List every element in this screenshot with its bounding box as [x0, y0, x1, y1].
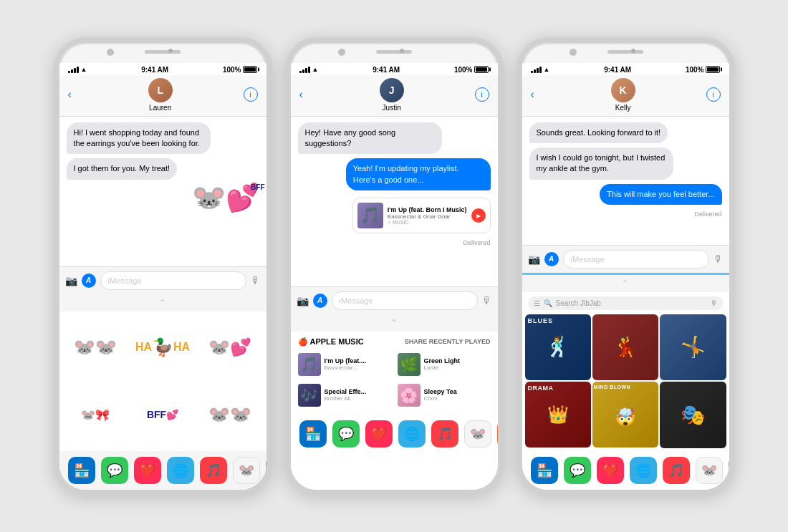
- app-icon-globe-1[interactable]: 🌐: [167, 457, 194, 484]
- sticker-5[interactable]: BFF💕: [130, 382, 196, 448]
- jibjab-item-mindblown[interactable]: MIND BLOWN 🤯: [592, 382, 658, 448]
- messages-area-3[interactable]: Sounds great. Looking forward to it! I w…: [522, 117, 729, 245]
- time-1: 9:41 AM: [141, 66, 168, 74]
- music-item-3[interactable]: 🎶 Special Effe... Brother Ali: [295, 380, 394, 410]
- app-icon-mickey-2[interactable]: 🐭: [464, 420, 491, 448]
- app-icon-globe-2[interactable]: 🌐: [398, 420, 426, 448]
- jibjab-item-person[interactable]: 🎭: [660, 382, 726, 448]
- avatar-kelly[interactable]: K: [611, 78, 635, 102]
- jibjab-item-guy[interactable]: 🤸: [660, 314, 726, 380]
- apps-icon-3[interactable]: A: [544, 252, 559, 266]
- app-icon-store-3[interactable]: 🏪: [531, 457, 558, 484]
- header-center-1: L Lauren: [77, 78, 244, 112]
- sticker-1[interactable]: 🐭🐭: [62, 314, 128, 380]
- sticker-3[interactable]: 🐭💕: [197, 314, 263, 380]
- hamburger-icon[interactable]: ☰: [534, 299, 540, 307]
- music-card-info: I'm Up (feat. Born I Music) Bassnectar &…: [388, 206, 467, 225]
- app-icon-music-2[interactable]: 🎵: [431, 420, 458, 448]
- app-icon-globe-3[interactable]: 🌐: [630, 457, 657, 484]
- music-item-4[interactable]: 🌸 Sleepy Tea Chon: [395, 380, 494, 410]
- mic-icon-3[interactable]: 🎙: [713, 253, 724, 265]
- jibjab-item-blues[interactable]: BLUES 🕺: [525, 314, 591, 380]
- input-bar-1: 📷 A iMessage 🎙: [59, 266, 266, 294]
- status-right-2: 100%: [454, 66, 489, 74]
- music-item-1[interactable]: 🎵 I'm Up (feat.... Bassnectar...: [295, 349, 394, 379]
- share-recently-played[interactable]: SHARE RECENTLY PLAYED: [405, 338, 491, 345]
- camera-1: [168, 49, 173, 53]
- drama-label: DRAMA: [528, 385, 554, 392]
- apps-icon-2[interactable]: A: [313, 294, 327, 308]
- jibjab-search-bar[interactable]: ☰ 🔍 Search JibJab 🎙: [528, 296, 724, 310]
- app-icon-heart-2[interactable]: ❤️: [365, 420, 393, 448]
- avatar-lauren[interactable]: L: [148, 78, 173, 102]
- app-icon-jib-3[interactable]: 🃏: [729, 457, 729, 484]
- bar4: [77, 67, 79, 73]
- messages-area-2[interactable]: Hey! Have any good song suggestions? Yea…: [291, 117, 498, 286]
- app-icon-music-1[interactable]: 🎵: [200, 457, 227, 484]
- avatar-justin[interactable]: J: [380, 78, 404, 102]
- bar2: [71, 69, 73, 73]
- msg-2-1: Hey! Have any good song suggestions?: [298, 122, 443, 155]
- info-button-3[interactable]: i: [706, 87, 721, 102]
- wifi-icon-1: ▲: [81, 66, 87, 73]
- search-placeholder: Search JibJab: [556, 299, 707, 307]
- music-card-chat[interactable]: 🎵 I'm Up (feat. Born I Music) Bassnectar…: [352, 198, 491, 233]
- app-icon-jib-1[interactable]: 🃏: [266, 457, 266, 484]
- app-icon-msg-1[interactable]: 💬: [101, 457, 128, 484]
- sticker-6[interactable]: 🐭🐭: [197, 382, 263, 448]
- mind-figure: 🤯: [615, 407, 636, 427]
- message-input-1[interactable]: iMessage: [100, 271, 246, 290]
- header-center-3: K Kelly: [540, 78, 706, 112]
- camera-icon-1[interactable]: 📷: [65, 275, 77, 286]
- camera-icon-3[interactable]: 📷: [528, 253, 540, 265]
- app-icon-msg-3[interactable]: 💬: [564, 457, 591, 484]
- info-button-2[interactable]: i: [475, 87, 489, 102]
- app-icon-heart-3[interactable]: ❤️: [597, 457, 624, 484]
- status-right-3: 100%: [686, 66, 721, 74]
- music-item-2[interactable]: 🌿 Green Light Lorde: [395, 349, 494, 379]
- messages-area-1[interactable]: Hi! I went shopping today and found the …: [59, 117, 266, 266]
- jibjab-item-drama[interactable]: DRAMA 👑: [525, 382, 591, 448]
- app-icon-store-1[interactable]: 🏪: [68, 457, 95, 484]
- info-button-1[interactable]: i: [244, 87, 258, 102]
- signal-bars-2: [299, 67, 310, 73]
- message-header-1: ‹ L Lauren i: [59, 75, 266, 117]
- app-icon-msg-2[interactable]: 💬: [332, 420, 360, 448]
- app-icon-mickey-1[interactable]: 🐭: [233, 457, 260, 484]
- mic-search-icon[interactable]: 🎙: [711, 299, 718, 307]
- phone-3: ▲ 9:41 AM 100% ‹ K Kelly i Sounds great.…: [516, 37, 735, 495]
- camera-icon-2[interactable]: 📷: [297, 295, 309, 306]
- mic-icon-2[interactable]: 🎙: [482, 295, 492, 306]
- battery-icon-3: [706, 66, 720, 73]
- message-input-3[interactable]: iMessage: [563, 250, 709, 269]
- app-icon-heart-1[interactable]: ❤️: [134, 457, 161, 484]
- back-button-2[interactable]: ‹: [299, 88, 303, 101]
- header-center-2: J Justin: [309, 78, 475, 112]
- jibjab-item-dance[interactable]: 💃: [592, 314, 658, 380]
- sticker-4[interactable]: 🐭🎀: [62, 382, 128, 448]
- app-icon-music-3[interactable]: 🎵: [663, 457, 690, 484]
- app-icon-jib-2[interactable]: 🃏: [497, 420, 498, 448]
- wifi-icon-2: ▲: [312, 66, 319, 73]
- message-input-2[interactable]: iMessage: [332, 291, 478, 310]
- jibjab-grid: BLUES 🕺 💃 🤸: [522, 314, 729, 451]
- sticker-2[interactable]: HA 🦆 HA: [130, 314, 196, 380]
- contact-name-1: Lauren: [149, 104, 171, 112]
- battery-pct-2: 100%: [454, 66, 473, 74]
- back-button-1[interactable]: ‹: [68, 88, 72, 101]
- app-icon-mickey-3[interactable]: 🐭: [696, 457, 723, 484]
- mic-icon-1[interactable]: 🎙: [251, 275, 261, 286]
- bar1: [68, 71, 70, 73]
- apps-icon-1[interactable]: A: [82, 274, 96, 288]
- play-button[interactable]: ▶: [471, 208, 486, 223]
- camera-2: [400, 49, 404, 53]
- app-icon-store-2[interactable]: 🏪: [299, 420, 327, 448]
- music-info-4: Sleepy Tea Chon: [424, 388, 491, 402]
- time-2: 9:41 AM: [373, 66, 400, 74]
- msg-3-2: I wish I could go tonight, but I twisted…: [529, 147, 674, 180]
- back-button-3[interactable]: ‹: [531, 88, 534, 101]
- music-thumb-1: 🎵: [298, 353, 321, 376]
- music-card-inner: 🎵 I'm Up (feat. Born I Music) Bassnectar…: [353, 198, 490, 233]
- signal-bars-1: [68, 67, 79, 73]
- status-left-2: ▲: [299, 66, 319, 73]
